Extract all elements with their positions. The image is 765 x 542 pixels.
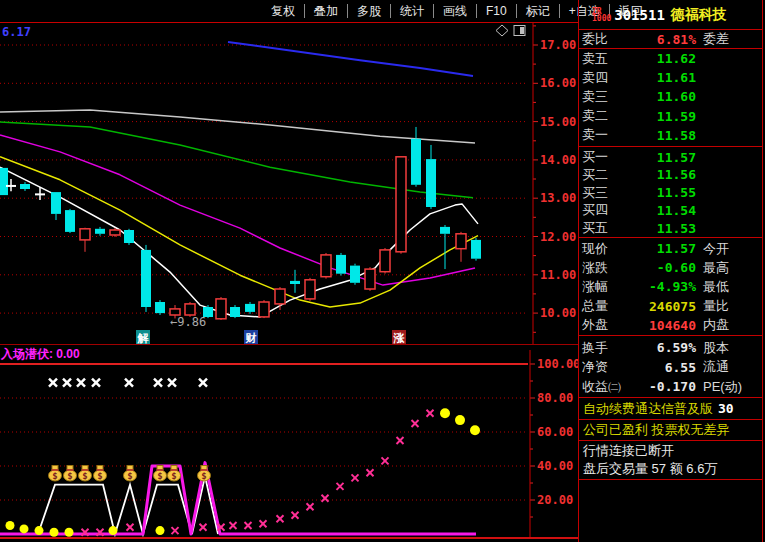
weibi-row: 委比6.81%委差 xyxy=(579,30,762,48)
finance-row-3-right-label: PE(动) xyxy=(703,378,742,396)
y-axis-tick-label: 10.00 xyxy=(540,306,576,320)
finance-row-1-right-label: 股本 xyxy=(703,339,729,357)
candle-down xyxy=(245,304,255,312)
yellow-dot xyxy=(455,415,465,425)
stat-row-3: 涨幅-4.93%最低 xyxy=(579,277,762,296)
panel-left-border xyxy=(578,0,579,542)
sell-level-1[interactable]: 卖一11.58 xyxy=(579,126,762,145)
yellow-dot xyxy=(109,526,118,535)
money-bag-icon: $ xyxy=(94,466,107,482)
finance-row-3: 收益㈡-0.170PE(动) xyxy=(579,377,762,396)
money-bag-icon: $ xyxy=(168,466,181,482)
stat-row-3-right-label: 最低 xyxy=(703,278,729,296)
stat-row-3-value: -4.93% xyxy=(630,279,696,294)
sell-level-5[interactable]: 卖五11.62 xyxy=(579,49,762,68)
sell-level-2-value: 11.59 xyxy=(630,109,696,124)
money-bag-icon: $ xyxy=(79,466,92,482)
candle-up xyxy=(321,255,331,277)
toolbar-button-5[interactable]: 画线 xyxy=(434,1,476,21)
buy-level-3-label: 买三 xyxy=(582,184,630,202)
y-axis-tick-label: 15.00 xyxy=(540,115,576,129)
candle-down xyxy=(336,255,346,274)
low-price-annotation: ←9.86 xyxy=(170,315,206,329)
main-price-chart[interactable]: 17.0016.0015.0014.0013.0012.0011.0010.00… xyxy=(0,22,578,345)
sell-level-5-value: 11.62 xyxy=(630,51,696,66)
svg-text:$: $ xyxy=(67,471,72,481)
panel-separator xyxy=(579,335,762,336)
candle-down xyxy=(51,192,61,214)
buy-level-4-label: 买四 xyxy=(582,201,630,219)
notice-3: 行情连接已断开 xyxy=(579,442,762,460)
candle-down xyxy=(124,230,134,243)
svg-text:$: $ xyxy=(82,471,87,481)
buy-level-1[interactable]: 买一11.57 xyxy=(579,148,762,166)
toolbar-button-6[interactable]: F10 xyxy=(477,1,516,21)
money-bag-icon: $ xyxy=(49,466,62,482)
y-axis-tick-label: 40.00 xyxy=(537,459,573,473)
finance-row-1-value: 6.59% xyxy=(630,340,696,355)
stat-row-3-label: 涨幅 xyxy=(582,278,630,296)
stat-row-5-value: 104640 xyxy=(630,318,696,333)
buy-level-4[interactable]: 买四11.54 xyxy=(579,201,762,219)
y-axis-tick-label: 11.00 xyxy=(540,268,576,282)
sell-level-5-label: 卖五 xyxy=(582,50,630,68)
money-bag-icon: $ xyxy=(64,466,77,482)
stat-row-1-label: 现价 xyxy=(582,240,630,258)
stat-row-2-right-label: 最高 xyxy=(703,259,729,277)
panel-right-border xyxy=(762,0,763,542)
indicator-chart[interactable]: 入场潜伏: 0.00100.0080.0060.0040.0020.00$$$$… xyxy=(0,345,578,542)
candle-up xyxy=(80,229,90,240)
yellow-dot xyxy=(65,528,74,537)
money-bag-icon: $ xyxy=(198,466,211,482)
notice-1[interactable]: 自动续费通达信普及版30 xyxy=(579,400,762,418)
sell-level-2[interactable]: 卖二11.59 xyxy=(579,107,762,126)
candle-up xyxy=(396,157,406,252)
candle-up xyxy=(259,302,269,317)
toolbar-button-7[interactable]: 标记 xyxy=(517,1,559,21)
panel-separator xyxy=(579,146,762,147)
indicator-name-label: 入场潜伏: 0.00 xyxy=(0,347,80,361)
toolbar-button-1[interactable]: 复权 xyxy=(262,1,304,21)
svg-text:财: 财 xyxy=(245,332,257,344)
buy-level-2-label: 买二 xyxy=(582,166,630,184)
finance-row-1-label: 换手 xyxy=(582,339,630,357)
svg-text:涨: 涨 xyxy=(393,332,406,344)
ma-value-overlay: 6.17 xyxy=(2,25,31,39)
candle-down xyxy=(290,281,300,284)
toolbar-button-2[interactable]: 叠加 xyxy=(305,1,347,21)
diamond-tool-icon[interactable] xyxy=(496,25,508,36)
buy-level-3[interactable]: 买三11.55 xyxy=(579,184,762,202)
stat-row-2-label: 涨跌 xyxy=(582,259,630,277)
buy-level-1-label: 买一 xyxy=(582,148,630,166)
toolbar-button-3[interactable]: 多股 xyxy=(348,1,390,21)
toolbar-button-4[interactable]: 统计 xyxy=(391,1,433,21)
candle-up xyxy=(275,289,285,304)
quote-panel: 委比6.81%委差卖五11.62卖四11.61卖三11.60卖二11.59卖一1… xyxy=(578,0,763,542)
svg-text:解: 解 xyxy=(137,332,150,344)
ma-blue xyxy=(228,42,473,76)
sell-level-2-label: 卖二 xyxy=(582,107,630,125)
finance-row-1: 换手6.59%股本 xyxy=(579,338,762,357)
yellow-dot xyxy=(35,526,44,535)
yellow-dot xyxy=(440,408,450,418)
candle-down xyxy=(411,139,421,185)
stat-row-1-right-label: 今开 xyxy=(703,240,729,258)
candle-up xyxy=(305,280,315,299)
buy-level-5[interactable]: 买五11.53 xyxy=(579,219,762,237)
stat-row-4-right-label: 量比 xyxy=(703,297,729,315)
panel-separator xyxy=(579,479,762,480)
finance-row-3-value: -0.170 xyxy=(630,379,696,394)
money-bag-icon: $ xyxy=(154,466,167,482)
sell-level-4[interactable]: 卖四11.61 xyxy=(579,68,762,87)
panel-separator xyxy=(579,440,762,441)
sell-level-3[interactable]: 卖三11.60 xyxy=(579,87,762,106)
candle-down xyxy=(440,227,450,234)
yellow-dot xyxy=(470,425,480,435)
stat-row-5-label: 外盘 xyxy=(582,316,630,334)
sell-level-3-label: 卖三 xyxy=(582,88,630,106)
stat-row-5: 外盘104640内盘 xyxy=(579,316,762,335)
candle-up xyxy=(110,230,120,235)
buy-level-2[interactable]: 买二11.56 xyxy=(579,166,762,184)
y-axis-tick-label: 60.00 xyxy=(537,425,573,439)
stat-row-2-value: -0.60 xyxy=(630,260,696,275)
